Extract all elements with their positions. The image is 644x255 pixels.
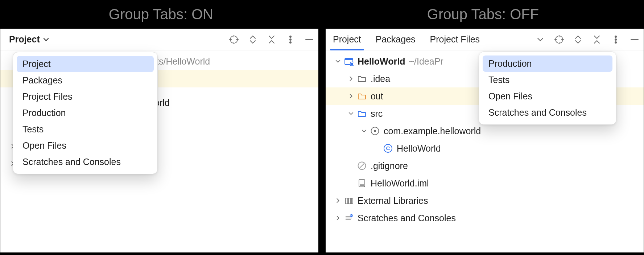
scratches-icon bbox=[344, 213, 354, 223]
collapse-all-button[interactable] bbox=[265, 33, 278, 46]
module-icon bbox=[344, 56, 354, 66]
view-mode-label: Project bbox=[9, 34, 40, 45]
tree-label: External Libraries bbox=[358, 196, 428, 206]
menu-item-project[interactable]: Project bbox=[17, 56, 154, 72]
collapse-arrow[interactable] bbox=[360, 127, 368, 135]
collapse-all-icon bbox=[592, 35, 602, 44]
tabs-overflow-button[interactable] bbox=[534, 33, 546, 46]
library-icon bbox=[344, 196, 354, 206]
chevron-down-icon bbox=[537, 36, 544, 43]
chevron-down-icon bbox=[43, 36, 49, 43]
menu-item-tests[interactable]: Tests bbox=[17, 121, 154, 137]
tree-label: Scratches and Consoles bbox=[358, 213, 456, 223]
options-button[interactable] bbox=[284, 33, 297, 46]
tab-project-files[interactable]: Project Files bbox=[429, 30, 481, 49]
menu-item-packages[interactable]: Packages bbox=[17, 72, 154, 89]
target-icon bbox=[229, 35, 239, 44]
tree-label: .gitignore bbox=[371, 161, 408, 171]
project-tool-window-grouped: Project ts/HelloWorld orld Hel bbox=[0, 28, 319, 253]
menu-item-scratches[interactable]: Scratches and Consoles bbox=[483, 104, 612, 121]
toolbar bbox=[228, 33, 315, 46]
tree-label: HelloWorld bbox=[358, 56, 405, 67]
package-icon bbox=[370, 126, 380, 136]
toolbar bbox=[534, 33, 641, 46]
options-button[interactable] bbox=[610, 33, 622, 46]
select-opened-file-button[interactable] bbox=[228, 33, 240, 46]
banner-right: Group Tabs: OFF bbox=[322, 0, 644, 28]
collapse-all-icon bbox=[267, 35, 276, 44]
folder-icon bbox=[357, 74, 367, 84]
tab-project[interactable]: Project bbox=[332, 30, 362, 49]
tree-row-package[interactable]: com.example.helloworld bbox=[326, 122, 644, 140]
minimize-icon bbox=[305, 35, 314, 44]
menu-item-open-files[interactable]: Open Files bbox=[483, 88, 612, 104]
menu-item-tests[interactable]: Tests bbox=[483, 72, 612, 88]
tree-row-external-libraries[interactable]: External Libraries bbox=[326, 192, 644, 209]
collapse-all-button[interactable] bbox=[591, 33, 603, 46]
tree-label: com.example.helloworld bbox=[384, 126, 481, 136]
tool-window-header: Project Packages Project Files bbox=[326, 29, 644, 50]
tree-label: out bbox=[371, 91, 383, 102]
expand-all-button[interactable] bbox=[247, 33, 259, 46]
iml-file-icon bbox=[357, 178, 367, 188]
expand-arrow[interactable] bbox=[334, 214, 342, 222]
collapse-arrow[interactable] bbox=[347, 110, 355, 117]
target-icon bbox=[554, 35, 564, 44]
tabs-overflow-menu: Production Tests Open Files Scratches an… bbox=[479, 52, 616, 125]
menu-item-scratches[interactable]: Scratches and Consoles bbox=[17, 154, 154, 170]
menu-item-production[interactable]: Production bbox=[17, 105, 154, 121]
tree-label: .idea bbox=[371, 74, 390, 84]
expand-arrow[interactable] bbox=[347, 75, 355, 82]
menu-item-production[interactable]: Production bbox=[483, 55, 612, 72]
collapse-arrow[interactable] bbox=[334, 58, 342, 65]
view-mode-dropdown[interactable]: Project bbox=[7, 33, 51, 46]
view-tabs: Project Packages Project Files bbox=[332, 30, 480, 49]
hide-button[interactable] bbox=[628, 33, 641, 46]
tree-row-class[interactable]: HelloWorld bbox=[326, 140, 644, 157]
tree-row-scratches[interactable]: Scratches and Consoles bbox=[326, 209, 644, 227]
expand-all-icon bbox=[573, 35, 583, 44]
kebab-icon bbox=[286, 35, 295, 44]
hide-button[interactable] bbox=[303, 33, 315, 46]
expand-arrow[interactable] bbox=[347, 92, 355, 100]
root-path: ts/HelloWorld bbox=[156, 56, 210, 67]
tree-row-iml[interactable]: HelloWorld.iml bbox=[326, 174, 644, 192]
root-path: ~/IdeaPr bbox=[409, 56, 443, 67]
minimize-icon bbox=[630, 35, 639, 44]
tree-label: src bbox=[371, 108, 383, 119]
folder-excluded-icon bbox=[357, 91, 367, 101]
excluded-file-icon bbox=[357, 161, 367, 171]
tree-row-gitignore[interactable]: .gitignore bbox=[326, 157, 644, 174]
expand-arrow[interactable] bbox=[334, 197, 342, 204]
expand-all-icon bbox=[248, 35, 257, 44]
tab-packages[interactable]: Packages bbox=[375, 30, 416, 49]
menu-item-project-files[interactable]: Project Files bbox=[17, 89, 154, 105]
tool-window-header: Project bbox=[0, 29, 318, 50]
view-mode-menu: Project Packages Project Files Productio… bbox=[13, 52, 158, 174]
banner-left: Group Tabs: ON bbox=[0, 0, 322, 28]
select-opened-file-button[interactable] bbox=[553, 33, 565, 46]
kebab-icon bbox=[611, 35, 620, 44]
source-folder-icon bbox=[357, 108, 367, 119]
comparison-banner: Group Tabs: ON Group Tabs: OFF bbox=[0, 0, 644, 28]
menu-item-open-files[interactable]: Open Files bbox=[17, 137, 154, 154]
expand-all-button[interactable] bbox=[572, 33, 584, 46]
class-icon bbox=[383, 143, 393, 153]
tree-label: HelloWorld bbox=[397, 143, 441, 154]
tree-label: HelloWorld.iml bbox=[371, 178, 429, 189]
